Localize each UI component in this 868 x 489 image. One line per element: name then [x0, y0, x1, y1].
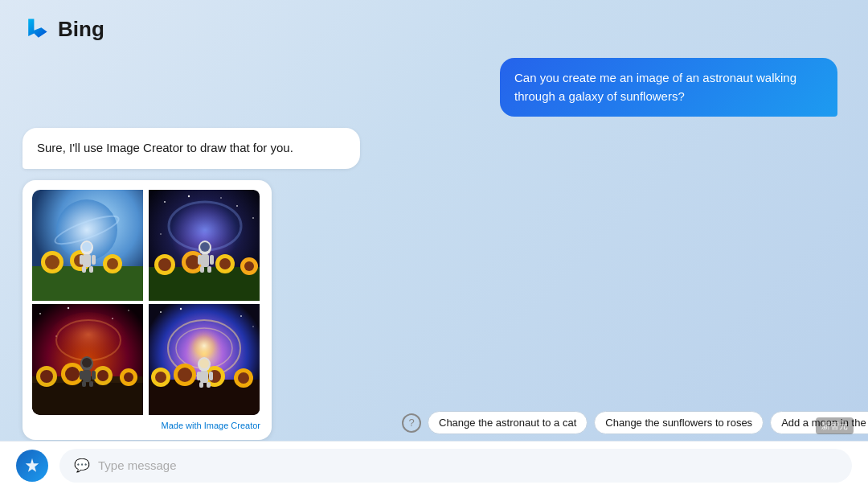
- svg-point-5: [45, 255, 59, 269]
- user-message: Can you create me an image of an astrona…: [500, 58, 837, 117]
- svg-rect-14: [82, 266, 86, 273]
- suggestions-row: ? Change the astronaut to a cat Change t…: [402, 411, 845, 434]
- image-grid: [32, 190, 262, 415]
- svg-rect-36: [201, 254, 209, 267]
- svg-rect-86: [200, 371, 208, 383]
- svg-point-28: [158, 258, 171, 271]
- svg-point-54: [40, 370, 53, 383]
- spark-icon: [23, 457, 41, 475]
- suggestion-chip-2[interactable]: Change the sunflowers to roses: [594, 411, 764, 434]
- svg-point-19: [188, 195, 190, 196]
- svg-point-23: [160, 233, 162, 235]
- svg-point-75: [252, 326, 254, 327]
- svg-rect-37: [198, 255, 202, 265]
- svg-point-74: [240, 315, 242, 317]
- svg-rect-90: [207, 382, 211, 388]
- caption-link[interactable]: Image Creator: [204, 421, 260, 430]
- svg-rect-12: [80, 255, 84, 265]
- svg-point-42: [201, 243, 209, 251]
- svg-point-56: [65, 367, 80, 381]
- svg-point-72: [160, 311, 162, 313]
- svg-point-9: [107, 258, 118, 269]
- image-caption: Made with Image Creator: [32, 421, 262, 430]
- caption-prefix: Made with: [161, 421, 203, 430]
- svg-point-22: [252, 217, 254, 219]
- svg-point-60: [124, 372, 133, 382]
- spark-button[interactable]: [16, 450, 48, 482]
- bot-message: Sure, I'll use Image Creator to draw tha…: [23, 128, 360, 169]
- help-icon[interactable]: ?: [402, 413, 421, 433]
- input-field[interactable]: 💬 Type message: [59, 449, 852, 483]
- svg-rect-38: [210, 255, 214, 265]
- svg-point-20: [236, 205, 238, 207]
- image-cell-1[interactable]: [32, 190, 143, 301]
- svg-rect-64: [92, 371, 96, 380]
- bing-logo-icon: [23, 14, 51, 43]
- suggestion-chip-1[interactable]: Change the astronaut to a cat: [428, 411, 588, 434]
- svg-rect-13: [92, 255, 96, 265]
- svg-point-47: [128, 310, 129, 311]
- svg-point-73: [180, 307, 182, 309]
- svg-point-91: [199, 359, 209, 368]
- svg-rect-65: [82, 381, 86, 387]
- image-card: Made with Image Creator: [23, 180, 272, 440]
- svg-point-78: [155, 372, 166, 383]
- svg-point-58: [97, 370, 108, 381]
- svg-point-67: [82, 358, 92, 368]
- svg-point-84: [238, 372, 249, 384]
- svg-point-45: [68, 306, 69, 308]
- header: Bing: [0, 0, 868, 58]
- svg-point-18: [164, 201, 166, 203]
- message-icon: 💬: [74, 458, 90, 473]
- chat-area: Can you create me an image of an astrona…: [0, 58, 868, 440]
- svg-rect-15: [89, 266, 93, 273]
- svg-point-32: [219, 258, 231, 269]
- svg-rect-11: [83, 254, 91, 267]
- svg-rect-63: [80, 371, 84, 380]
- watermark: 新智元: [816, 417, 854, 434]
- svg-point-80: [178, 368, 192, 382]
- bing-logo[interactable]: Bing: [23, 14, 104, 43]
- image-cell-2[interactable]: [149, 190, 260, 301]
- svg-rect-40: [207, 266, 211, 273]
- svg-point-16: [82, 242, 92, 252]
- svg-rect-89: [199, 382, 203, 388]
- svg-point-21: [220, 197, 222, 199]
- image-cell-3[interactable]: [32, 304, 143, 415]
- svg-point-44: [39, 313, 41, 314]
- svg-rect-88: [209, 372, 213, 380]
- svg-point-34: [244, 261, 254, 271]
- image-cell-4[interactable]: [149, 304, 260, 415]
- input-placeholder: Type message: [98, 458, 177, 472]
- bing-logo-label: Bing: [58, 17, 104, 42]
- svg-rect-66: [89, 381, 93, 387]
- svg-rect-62: [83, 370, 91, 382]
- input-bar: 💬 Type message: [0, 441, 868, 489]
- svg-rect-39: [200, 266, 204, 273]
- svg-rect-87: [197, 372, 201, 380]
